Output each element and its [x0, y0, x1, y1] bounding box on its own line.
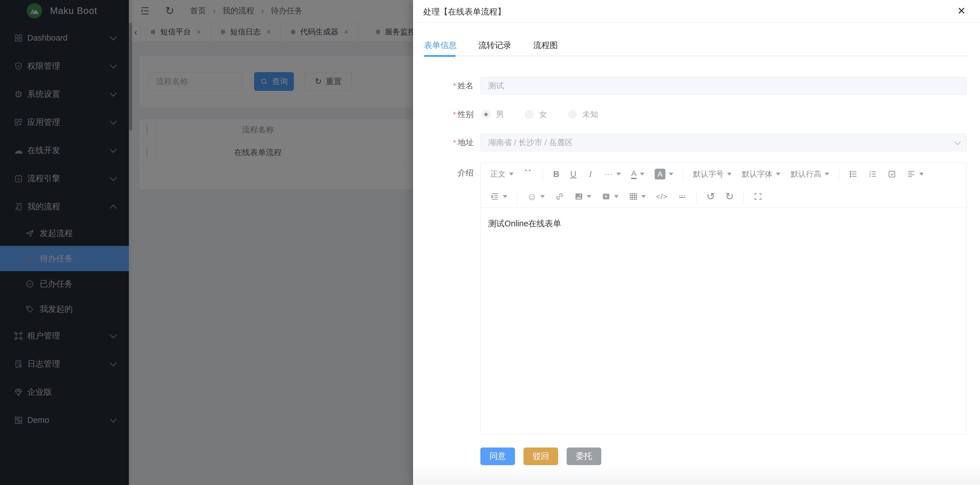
table-dropdown[interactable]: [625, 189, 649, 204]
form-row-address: *地址 湖南省 / 长沙市 / 岳麓区: [413, 134, 968, 151]
link-icon[interactable]: [552, 189, 568, 204]
caret-down-icon: [616, 173, 621, 175]
caret-down-icon: [587, 195, 591, 198]
underline-button[interactable]: U: [566, 166, 580, 182]
font-size-dropdown[interactable]: 默认字号: [690, 166, 735, 182]
drawer-body: *姓名 测试 *性别 男 女 未知: [413, 56, 980, 485]
task-list-icon[interactable]: [884, 166, 900, 182]
align-dropdown[interactable]: [904, 166, 927, 182]
caret-down-icon: [727, 173, 732, 175]
blockquote-button[interactable]: “: [520, 166, 536, 182]
line-height-dropdown[interactable]: 默认行高: [787, 166, 833, 182]
italic-button[interactable]: I: [584, 166, 597, 182]
tab-form-info[interactable]: 表单信息: [424, 40, 457, 51]
indent-dropdown[interactable]: [487, 189, 511, 204]
code-block-button[interactable]: </>: [653, 189, 671, 204]
radio-icon: [568, 110, 577, 119]
reject-button[interactable]: 驳回: [523, 447, 558, 465]
required-mark: *: [453, 110, 456, 119]
form-row-gender: *性别 男 女 未知: [413, 106, 968, 123]
toolbar-divider: [839, 167, 839, 181]
chevron-down-icon: [955, 138, 961, 145]
caret-down-icon: [776, 173, 780, 175]
close-icon[interactable]: ×: [958, 4, 965, 17]
redo-button[interactable]: ↻: [722, 189, 737, 204]
editor-content[interactable]: 测试Online在线表单: [480, 208, 966, 240]
process-drawer: 处理【在线表单流程】 × 表单信息 流转记录 流程图 *姓名 测试 *性别 男: [413, 0, 980, 485]
intro-text: 测试Online在线表单: [488, 219, 561, 228]
caret-down-icon: [503, 195, 508, 198]
required-mark: *: [453, 138, 456, 147]
caret-down-icon: [614, 195, 619, 198]
radio-selected-icon: [482, 110, 490, 119]
more-styles-dropdown[interactable]: ···: [600, 166, 624, 182]
font-color-dropdown[interactable]: A: [628, 166, 648, 182]
drawer-actions: 同意 驳回 委托: [480, 447, 601, 465]
radio-label: 未知: [582, 109, 598, 120]
gender-label: *性别: [413, 106, 474, 123]
drawer-tabs: 表单信息 流转记录 流程图: [424, 35, 969, 56]
tab-flow-diagram[interactable]: 流程图: [533, 40, 558, 51]
toolbar-divider: [683, 167, 683, 181]
delegate-button[interactable]: 委托: [566, 447, 601, 465]
editor-toolbar-row-2: ☺ </> ↺ ↻: [480, 185, 966, 208]
radio-unknown[interactable]: 未知: [568, 109, 598, 120]
radio-label: 女: [539, 109, 547, 120]
name-label: *姓名: [413, 77, 474, 95]
undo-button[interactable]: ↺: [703, 189, 718, 204]
required-mark: *: [453, 81, 456, 90]
drawer-title: 处理【在线表单流程】: [423, 6, 506, 17]
radio-female[interactable]: 女: [525, 109, 547, 120]
drawer-header: 处理【在线表单流程】 ×: [413, 0, 980, 23]
name-input[interactable]: 测试: [480, 77, 967, 95]
radio-male[interactable]: 男: [482, 109, 504, 120]
tab-flow-records[interactable]: 流转记录: [478, 40, 511, 51]
caret-down-icon: [640, 173, 644, 175]
address-cascader[interactable]: 湖南省 / 长沙市 / 岳麓区: [480, 134, 967, 151]
toolbar-divider: [517, 190, 517, 203]
address-value: 湖南省 / 长沙市 / 岳麓区: [488, 137, 573, 148]
toolbar-divider: [543, 167, 543, 181]
horizontal-rule-icon[interactable]: [674, 189, 690, 204]
caret-down-icon: [919, 173, 924, 175]
editor-toolbar-row-1: 正文 “ B U I ··· A A 默认字号 默认字体 默认行高: [480, 163, 966, 185]
radio-icon: [525, 110, 533, 119]
rich-text-editor: 正文 “ B U I ··· A A 默认字号 默认字体 默认行高: [480, 162, 967, 434]
bold-button[interactable]: B: [549, 166, 563, 182]
gender-radio-group: 男 女 未知: [482, 106, 598, 123]
approve-button[interactable]: 同意: [480, 447, 515, 465]
caret-down-icon: [669, 173, 673, 175]
image-dropdown[interactable]: [571, 189, 595, 204]
address-label: *地址: [413, 134, 474, 151]
toolbar-divider: [743, 190, 744, 203]
radio-label: 男: [496, 109, 504, 120]
caret-down-icon: [825, 173, 829, 175]
page: Maku Boot Dashboard 权限管理 ⚙ 系统设置 应用管理: [0, 0, 980, 485]
modal-overlay[interactable]: [0, 0, 413, 485]
font-family-dropdown[interactable]: 默认字体: [738, 166, 784, 182]
ordered-list-icon[interactable]: [865, 166, 881, 182]
bullet-list-icon[interactable]: [845, 166, 861, 182]
video-dropdown[interactable]: [598, 189, 622, 204]
form-row-name: *姓名 测试: [413, 77, 968, 95]
fullscreen-icon[interactable]: [750, 189, 766, 204]
caret-down-icon: [509, 173, 514, 175]
intro-label: 介绍: [413, 167, 474, 178]
paragraph-style-dropdown[interactable]: 正文: [487, 166, 517, 182]
caret-down-icon: [641, 195, 646, 198]
emoji-dropdown[interactable]: ☺: [523, 189, 548, 204]
bg-color-dropdown[interactable]: A: [651, 166, 677, 182]
name-value: 测试: [488, 80, 504, 91]
caret-down-icon: [540, 195, 545, 198]
